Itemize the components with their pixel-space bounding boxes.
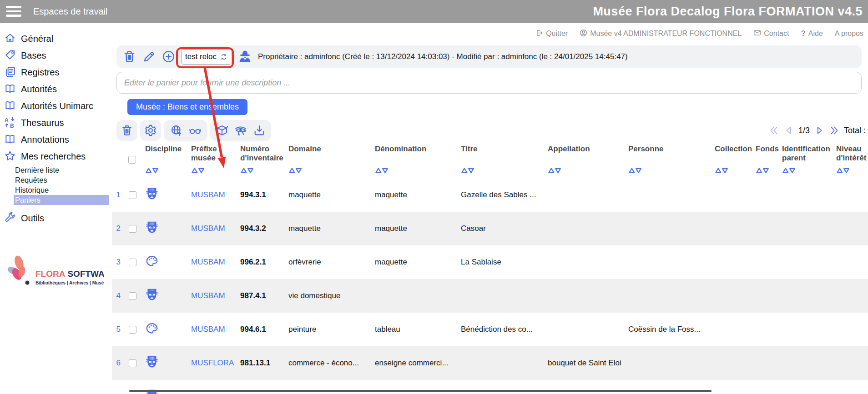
- sort-arrows-icon[interactable]: [145, 166, 159, 176]
- column-header-num: [112, 143, 124, 178]
- row-number-link[interactable]: 3: [116, 258, 121, 266]
- sort-arrows-icon[interactable]: [756, 166, 770, 176]
- sidebar-item-outils[interactable]: Outils: [0, 210, 109, 227]
- cell-personne: Coëssin de la Foss...: [627, 325, 713, 334]
- row-checkbox[interactable]: [129, 225, 136, 233]
- sort-arrows-icon[interactable]: [288, 166, 303, 176]
- prefixe-musee-link[interactable]: MUSBAM: [191, 224, 225, 233]
- add-basket-button[interactable]: [161, 50, 176, 64]
- sort-arrows-icon[interactable]: [836, 166, 850, 176]
- sidebar-subitem-requetes[interactable]: Requêtes: [14, 175, 109, 185]
- contact-link[interactable]: Contact: [753, 29, 789, 39]
- column-header-denomination[interactable]: Dénomination: [373, 143, 459, 178]
- description-input[interactable]: [116, 72, 862, 94]
- basket-name-input[interactable]: test reloc: [181, 49, 232, 65]
- a-propos-link[interactable]: A propos: [835, 30, 863, 38]
- row-number-link[interactable]: 1: [116, 190, 121, 199]
- row-number-link[interactable]: 5: [116, 325, 121, 334]
- column-header-personne[interactable]: Personne: [627, 143, 713, 178]
- prefixe-musee-link[interactable]: MUSBAM: [191, 258, 225, 266]
- row-checkbox[interactable]: [129, 259, 136, 266]
- column-header-niveau[interactable]: Niveaud'intérêt: [835, 143, 868, 178]
- sort-arrows-icon[interactable]: [375, 166, 389, 176]
- sort-arrows-icon[interactable]: [628, 166, 642, 176]
- sidebar: Général Bases Registres Autorités Autori…: [0, 23, 109, 394]
- sort-arrows-icon[interactable]: [191, 166, 205, 176]
- sidebar-subitem-derniere-liste[interactable]: Dernière liste: [14, 165, 109, 175]
- cell-denomination: tableau: [373, 325, 459, 334]
- sidebar-item-autorites[interactable]: Autorités: [0, 81, 109, 98]
- results-toolbar: [116, 120, 271, 141]
- sort-arrows-icon[interactable]: [548, 166, 562, 176]
- sort-arrows-icon[interactable]: [715, 166, 729, 176]
- column-header-numero[interactable]: Numérod'inventaire: [239, 143, 287, 178]
- column-header-prefixe[interactable]: Préfixemusée: [190, 143, 239, 178]
- mask-discipline-icon: [145, 288, 159, 302]
- cell-domaine: orfèvrerie: [287, 258, 373, 267]
- cell-titre: Bénédiction des co...: [459, 325, 546, 334]
- description-field-wrap: [116, 72, 862, 94]
- table-row: 5MUSBAM994.6.1peinturetableauBénédiction…: [112, 313, 868, 346]
- delete-basket-button[interactable]: [122, 50, 136, 64]
- delete-selection-button[interactable]: [121, 124, 133, 137]
- prefixe-musee-link[interactable]: MUSBAM: [191, 291, 225, 300]
- column-header-titre[interactable]: Titre: [459, 143, 546, 178]
- row-number-link[interactable]: 2: [116, 224, 121, 233]
- edit-basket-button[interactable]: [142, 50, 156, 64]
- cell-domaine: vie domestique: [287, 291, 373, 300]
- horizontal-scrollbar[interactable]: [129, 390, 712, 392]
- horus-eye-button[interactable]: [234, 124, 247, 137]
- sidebar-subitem-historique[interactable]: Historique: [14, 185, 109, 195]
- owner-icon: [237, 49, 252, 64]
- workspace-label: Espaces de travail: [33, 0, 107, 23]
- column-header-identification[interactable]: Identificationparent: [781, 143, 835, 178]
- cell-denomination: maquette: [373, 190, 459, 199]
- column-header-discipline[interactable]: Discipline: [141, 143, 190, 178]
- sidebar-item-thesaurus[interactable]: AB Thesaurus: [0, 115, 109, 131]
- cell-domaine: maquette: [287, 190, 373, 199]
- sidebar-item-bases[interactable]: Bases: [0, 47, 109, 64]
- prefixe-musee-link[interactable]: MUSBAM: [191, 325, 225, 334]
- select-all-checkbox[interactable]: [128, 156, 136, 164]
- row-number-link[interactable]: 4: [116, 291, 121, 300]
- download-button[interactable]: [253, 124, 266, 137]
- sidebar-item-annotations[interactable]: Annotations: [0, 131, 109, 148]
- column-header-domaine[interactable]: Domaine: [287, 143, 373, 178]
- quitter-link[interactable]: Quitter: [535, 29, 568, 39]
- sidebar-item-mes-recherches[interactable]: Mes recherches: [0, 148, 109, 165]
- sort-arrows-icon[interactable]: [461, 166, 475, 176]
- current-user[interactable]: Musée v4 ADMINISTRATEUR FONCTIONNEL: [580, 29, 742, 39]
- row-number-link[interactable]: 6: [116, 359, 121, 367]
- column-header-appellation[interactable]: Appellation: [546, 143, 627, 178]
- prefixe-musee-link[interactable]: MUSFLORA: [191, 359, 234, 367]
- previous-page-button[interactable]: [783, 125, 794, 136]
- sidebar-subitem-paniers-selected[interactable]: Paniers: [14, 195, 109, 205]
- package-button[interactable]: [216, 124, 228, 137]
- hamburger-menu-icon[interactable]: [6, 6, 21, 19]
- column-header-fonds[interactable]: Fonds: [754, 143, 781, 178]
- aide-link[interactable]: ? Aide: [801, 29, 823, 38]
- sidebar-item-autorites-unimarc[interactable]: Autorités Unimarc: [0, 98, 109, 115]
- tab-musee-biens-et-ensembles[interactable]: Musée : Biens et ensembles: [127, 99, 247, 115]
- wrench-icon: [4, 212, 16, 225]
- sidebar-item-general[interactable]: Général: [0, 30, 109, 47]
- column-header-collection[interactable]: Collection: [713, 143, 754, 178]
- sidebar-item-registres[interactable]: Registres: [0, 64, 109, 81]
- first-page-button[interactable]: [768, 125, 779, 136]
- row-checkbox[interactable]: [129, 191, 136, 199]
- cell-domaine: peinture: [287, 325, 373, 334]
- next-page-button[interactable]: [814, 125, 825, 136]
- settings-button[interactable]: [144, 124, 157, 137]
- table-body: 1MUSBAM994.3.1maquettemaquetteGazelle de…: [112, 178, 868, 394]
- row-checkbox[interactable]: [129, 359, 136, 367]
- prefixe-musee-link[interactable]: MUSBAM: [191, 190, 225, 199]
- sort-arrows-icon[interactable]: [782, 166, 796, 176]
- glasses-view-button[interactable]: [189, 124, 202, 137]
- refresh-icon[interactable]: [220, 53, 228, 61]
- sort-arrows-icon[interactable]: [240, 166, 254, 176]
- row-checkbox[interactable]: [129, 326, 136, 334]
- mask-discipline-icon: [145, 355, 159, 369]
- publish-globe-button[interactable]: [170, 124, 183, 137]
- row-checkbox[interactable]: [129, 292, 136, 300]
- last-page-button[interactable]: [829, 125, 840, 136]
